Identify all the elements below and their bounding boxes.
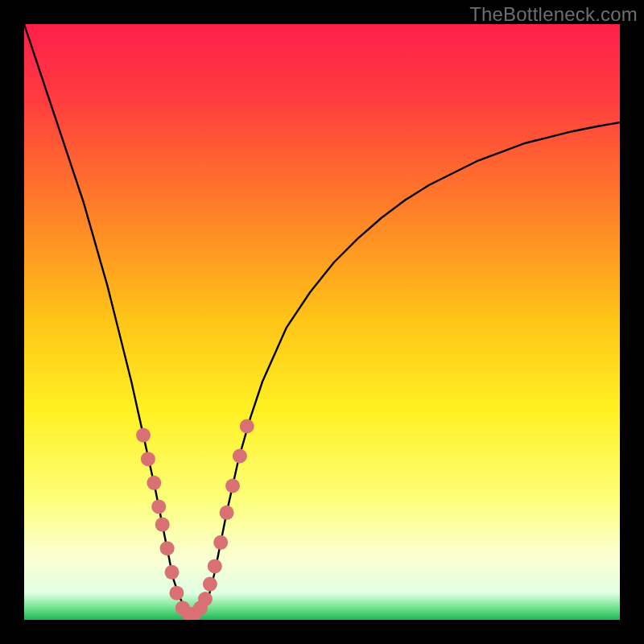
highlight-dot <box>141 452 155 466</box>
highlight-dot <box>240 419 254 434</box>
highlight-dot <box>165 565 180 580</box>
watermark-text: TheBottleneck.com <box>469 3 638 26</box>
gradient-background <box>24 24 620 620</box>
highlight-dot <box>147 476 161 490</box>
highlight-dot <box>208 559 222 573</box>
highlight-dot <box>151 499 166 514</box>
plot-area <box>24 24 620 620</box>
highlight-dot <box>136 428 151 443</box>
highlight-dot <box>213 535 228 550</box>
highlight-dot <box>198 592 213 606</box>
highlight-dot <box>225 479 240 493</box>
chart-svg <box>24 24 620 620</box>
highlight-dot <box>233 449 247 464</box>
chart-frame: TheBottleneck.com <box>0 0 644 644</box>
highlight-dot <box>169 586 184 601</box>
highlight-dot <box>203 577 217 592</box>
highlight-dot <box>155 518 170 532</box>
highlight-dot <box>220 506 234 520</box>
highlight-dot <box>160 541 175 555</box>
